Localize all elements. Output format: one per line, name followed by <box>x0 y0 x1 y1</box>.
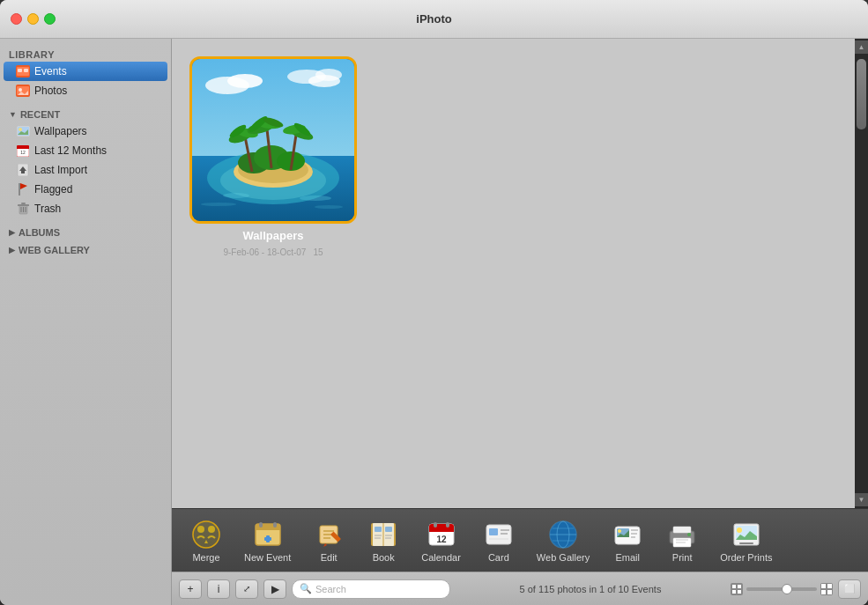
edit-icon <box>313 519 345 550</box>
scrollbar-down-arrow[interactable]: ▼ <box>855 493 868 506</box>
toolbar: Merge <box>172 508 868 572</box>
sidebar-item-last12months[interactable]: 12 Last 12 Months <box>0 141 171 160</box>
svg-text:12: 12 <box>436 535 447 544</box>
recent-triangle-icon: ▼ <box>9 110 17 119</box>
svg-rect-123 <box>738 590 741 594</box>
sidebar: LIBRARY Events <box>0 39 172 605</box>
scrollbar-thumb[interactable] <box>857 59 866 129</box>
event-count: 15 <box>313 247 323 257</box>
card-label: Card <box>488 552 509 563</box>
svg-rect-120 <box>732 585 736 588</box>
sidebar-item-trash-label: Trash <box>34 203 61 215</box>
bottom-bar: + i ⤢ ▶ 🔍 Search 5 of 115 photos in 1 of… <box>172 572 868 605</box>
grid-small-icon <box>731 583 743 595</box>
merge-button[interactable]: Merge <box>181 513 232 568</box>
edit-button[interactable]: Edit <box>303 513 354 568</box>
event-date-range: 9-Feb-06 - 18-Oct-07 <box>223 247 306 257</box>
sidebar-section-albums-label: ALBUMS <box>19 227 60 238</box>
sidebar-item-photos[interactable]: Photos <box>0 81 171 100</box>
web-gallery-button[interactable]: Web Gallery <box>528 513 598 568</box>
search-placeholder: Search <box>315 584 442 594</box>
events-icon <box>16 64 30 78</box>
maximize-button[interactable] <box>44 13 56 25</box>
print-icon <box>666 519 698 550</box>
event-wallpapers[interactable]: Wallpapers 9-Feb-06 - 18-Oct-07 15 <box>189 56 357 257</box>
new-event-button[interactable]: New Event <box>235 513 300 568</box>
sidebar-item-photos-label: Photos <box>34 85 67 97</box>
email-button[interactable]: Email <box>602 513 653 568</box>
event-thumbnail-wallpapers[interactable] <box>189 56 357 224</box>
svg-rect-3 <box>24 69 28 72</box>
svg-point-57 <box>315 205 343 209</box>
info-button[interactable]: i <box>207 579 230 599</box>
svg-rect-119 <box>739 542 753 544</box>
order-prints-button[interactable]: Order Prints <box>711 513 781 568</box>
sidebar-item-flagged[interactable]: Flagged <box>0 180 171 199</box>
svg-rect-19 <box>19 183 20 196</box>
svg-point-61 <box>208 526 215 533</box>
book-button[interactable]: Book <box>358 513 409 568</box>
status-text: 5 of 115 photos in 1 of 10 Events <box>456 584 725 594</box>
thumbnail-size-slider[interactable] <box>746 587 817 591</box>
event-title-wallpapers: Wallpapers <box>243 229 304 242</box>
print-label: Print <box>672 552 693 563</box>
svg-rect-125 <box>827 584 832 588</box>
edit-label: Edit <box>321 552 338 563</box>
minimize-button[interactable] <box>27 13 39 25</box>
slider-thumb[interactable] <box>782 584 792 594</box>
svg-rect-68 <box>264 537 271 541</box>
close-button[interactable] <box>11 13 22 25</box>
scrollbar-up-arrow[interactable]: ▲ <box>855 41 868 54</box>
svg-rect-78 <box>375 527 382 532</box>
sidebar-section-library: LIBRARY <box>0 46 171 62</box>
search-bar[interactable]: 🔍 Search <box>292 579 450 599</box>
merge-icon <box>190 519 222 550</box>
sidebar-section-recent-label: RECENT <box>20 109 60 120</box>
svg-point-10 <box>19 128 22 131</box>
new-event-icon <box>252 519 284 550</box>
svg-point-114 <box>687 533 691 536</box>
sidebar-item-wallpapers[interactable]: Wallpapers <box>0 122 171 141</box>
wallpapers-icon <box>16 124 30 138</box>
svg-marker-74 <box>323 543 327 547</box>
flag-icon <box>16 182 30 196</box>
calendar-button[interactable]: 12 Calendar <box>412 513 470 568</box>
sidebar-item-events-label: Events <box>34 65 67 77</box>
order-prints-label: Order Prints <box>720 552 772 563</box>
fullscreen-button[interactable]: ⤢ <box>235 579 258 599</box>
card-button[interactable]: Card <box>473 513 524 568</box>
svg-point-29 <box>227 74 263 88</box>
svg-point-58 <box>192 520 220 549</box>
svg-point-117 <box>737 528 742 533</box>
sidebar-section-webgallery-label: WEB GALLERY <box>19 245 90 255</box>
print-button[interactable]: Print <box>657 513 708 568</box>
main-layout: LIBRARY Events <box>0 39 868 605</box>
share-button[interactable]: ⬜ <box>838 579 861 599</box>
play-button[interactable]: ▶ <box>263 579 286 599</box>
svg-rect-14 <box>17 147 29 149</box>
info-icon: i <box>218 583 220 595</box>
order-prints-icon <box>731 519 762 550</box>
photo-grid: Wallpapers 9-Feb-06 - 18-Oct-07 15 <box>172 39 855 508</box>
svg-rect-87 <box>434 522 437 528</box>
svg-rect-110 <box>673 527 691 533</box>
book-icon <box>367 519 399 550</box>
sidebar-item-lastimport[interactable]: Last Import <box>0 160 171 180</box>
svg-rect-121 <box>738 585 741 588</box>
calendar-toolbar-icon: 12 <box>426 519 457 550</box>
lastimport-icon <box>16 163 30 177</box>
sidebar-item-events[interactable]: Events <box>4 62 167 81</box>
scrollbar[interactable]: ▲ ▼ <box>855 39 868 508</box>
svg-marker-20 <box>20 183 27 189</box>
web-gallery-label: Web Gallery <box>537 552 590 563</box>
svg-rect-22 <box>18 204 29 206</box>
svg-rect-23 <box>21 203 26 204</box>
svg-rect-86 <box>429 528 454 532</box>
svg-rect-124 <box>821 584 826 588</box>
sidebar-toggle-albums[interactable]: ▶ ALBUMS <box>0 224 171 240</box>
sidebar-item-trash[interactable]: Trash <box>0 199 171 218</box>
last12months-icon: 12 <box>16 144 30 158</box>
sidebar-toggle-recent[interactable]: ▼ RECENT <box>0 106 171 122</box>
add-button[interactable]: + <box>179 579 202 599</box>
sidebar-toggle-webgallery[interactable]: ▶ WEB GALLERY <box>0 241 171 257</box>
